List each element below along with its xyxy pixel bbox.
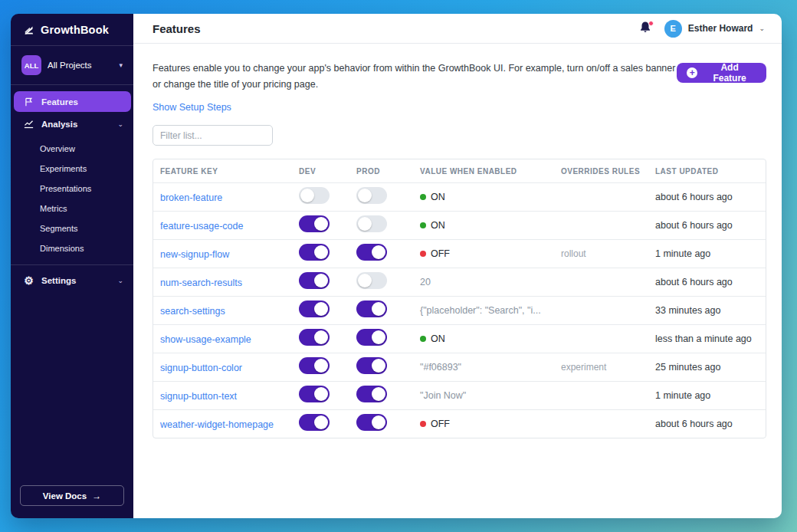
table-row: search-settings {"placeholder": "Search"…	[153, 296, 766, 324]
prod-toggle[interactable]	[356, 414, 387, 431]
updated-text: about 6 hours ago	[655, 277, 766, 287]
dev-toggle[interactable]	[299, 215, 330, 232]
feature-key-link[interactable]: broken-feature	[160, 192, 222, 203]
sidebar-item-presentations[interactable]: Presentations	[11, 179, 133, 199]
table-row: signup-button-color "#f06893" experiment…	[153, 353, 766, 381]
dev-toggle[interactable]	[299, 300, 330, 317]
toggle-knob	[314, 415, 328, 429]
dev-toggle[interactable]	[299, 414, 330, 431]
status-dot	[420, 222, 426, 228]
sidebar-item-segments[interactable]: Segments	[11, 218, 133, 238]
prod-toggle[interactable]	[356, 187, 387, 204]
project-label: All Projects	[48, 61, 113, 70]
prod-toggle[interactable]	[356, 357, 387, 374]
feature-key-link[interactable]: signup-button-text	[160, 391, 237, 402]
toggle-knob	[358, 274, 372, 287]
feature-key-link[interactable]: feature-usage-code	[160, 221, 243, 232]
toggle-knob	[372, 330, 385, 344]
toggle-knob	[314, 217, 328, 231]
feature-key-link[interactable]: weather-widget-homepage	[160, 419, 274, 430]
sidebar-item-metrics[interactable]: Metrics	[11, 199, 133, 218]
value-text: ON	[431, 192, 445, 202]
feature-key-link[interactable]: show-usage-example	[160, 334, 251, 345]
sidebar-item-experiments[interactable]: Experiments	[11, 159, 133, 179]
status-dot	[420, 421, 426, 427]
prod-toggle[interactable]	[356, 386, 387, 402]
caret-down-icon: ▾	[119, 61, 123, 69]
table-row: show-usage-example ON less than a minute…	[153, 324, 766, 353]
feature-key-link[interactable]: search-settings	[160, 306, 225, 317]
value-text: ON	[431, 220, 445, 231]
sidebar-item-settings[interactable]: ⚙ Settings ⌄	[14, 270, 131, 291]
updated-text: 1 minute ago	[655, 390, 766, 401]
user-menu[interactable]: E Esther Howard ⌄	[664, 20, 765, 38]
sidebar-item-analysis[interactable]: Analysis ⌄	[14, 113, 131, 134]
col-header-dev: Dev	[299, 167, 356, 176]
status-dot	[420, 336, 426, 342]
table-row: broken-feature ON about 6 hours ago	[153, 182, 766, 211]
app-title: GrowthBook	[41, 24, 109, 36]
add-feature-button[interactable]: + Add Feature	[677, 63, 766, 83]
filter-input[interactable]	[153, 125, 273, 146]
features-table: Feature Key Dev Prod Value When Enabled …	[153, 159, 766, 438]
dev-toggle[interactable]	[299, 357, 330, 374]
prod-toggle[interactable]	[356, 272, 387, 289]
chevron-down-icon: ⌄	[759, 25, 765, 32]
feature-key-link[interactable]: num-search-results	[160, 277, 242, 288]
dev-toggle[interactable]	[299, 187, 330, 204]
toggle-knob	[372, 387, 385, 401]
sidebar-item-label: Features	[41, 97, 78, 107]
feature-key-link[interactable]: signup-button-color	[160, 363, 242, 373]
view-docs-button[interactable]: View Docs →	[20, 485, 124, 506]
table-header-row: Feature Key Dev Prod Value When Enabled …	[153, 159, 766, 182]
sidebar-nav: Features Analysis ⌄ Overview Experiments…	[11, 85, 133, 292]
col-header-feature-key: Feature Key	[160, 167, 299, 176]
growthbook-logo[interactable]: GrowthBook	[11, 14, 133, 45]
prod-toggle[interactable]	[356, 300, 387, 317]
updated-text: 25 minutes ago	[655, 362, 766, 373]
notifications-button[interactable]	[638, 21, 654, 36]
main-panel: Features E Esther Howard ⌄ Features enab…	[133, 14, 782, 518]
topbar: Features E Esther Howard ⌄	[133, 14, 782, 44]
add-feature-label: Add Feature	[703, 62, 756, 84]
updated-text: about 6 hours ago	[655, 419, 766, 429]
app-window: GrowthBook ALL All Projects ▾ Features A…	[11, 14, 782, 518]
overrides-text: rollout	[561, 248, 655, 259]
show-setup-steps-link[interactable]: Show Setup Steps	[153, 102, 231, 113]
toggle-knob	[314, 330, 328, 344]
status-dot	[420, 251, 426, 257]
updated-text: about 6 hours ago	[655, 192, 766, 202]
prod-toggle[interactable]	[356, 244, 387, 261]
analysis-subnav: Overview Experiments Presentations Metri…	[11, 136, 133, 264]
dev-toggle[interactable]	[299, 244, 330, 261]
table-row: feature-usage-code ON about 6 hours ago	[153, 211, 766, 239]
dev-toggle[interactable]	[299, 386, 330, 402]
value-text: ON	[431, 333, 445, 344]
prod-toggle[interactable]	[356, 215, 387, 232]
table-row: num-search-results 20 about 6 hours ago	[153, 268, 766, 296]
table-body: broken-feature ON about 6 hours ago feat…	[153, 182, 766, 438]
sidebar-item-overview[interactable]: Overview	[11, 139, 133, 159]
toggle-knob	[358, 217, 372, 231]
toggle-knob	[372, 359, 385, 373]
value-text: "Join Now"	[420, 390, 466, 401]
prod-toggle[interactable]	[356, 329, 387, 346]
chevron-down-icon: ⌄	[117, 120, 123, 128]
sidebar-item-dimensions[interactable]: Dimensions	[11, 238, 133, 258]
view-docs-label: View Docs	[43, 491, 87, 501]
sidebar-item-features[interactable]: Features	[14, 91, 131, 112]
toggle-knob	[300, 189, 314, 202]
avatar: E	[664, 20, 682, 38]
notification-dot	[648, 21, 654, 26]
gear-icon: ⚙	[23, 274, 34, 286]
overrides-text: experiment	[561, 362, 655, 373]
value-text: 20	[420, 277, 431, 287]
dev-toggle[interactable]	[299, 272, 330, 289]
toggle-knob	[358, 189, 372, 202]
dev-toggle[interactable]	[299, 329, 330, 346]
updated-text: less than a minute ago	[655, 333, 766, 344]
feature-key-link[interactable]: new-signup-flow	[160, 249, 229, 260]
sidebar-item-label: Settings	[41, 276, 76, 285]
table-row: signup-button-text "Join Now" 1 minute a…	[153, 381, 766, 409]
project-selector[interactable]: ALL All Projects ▾	[11, 46, 133, 84]
